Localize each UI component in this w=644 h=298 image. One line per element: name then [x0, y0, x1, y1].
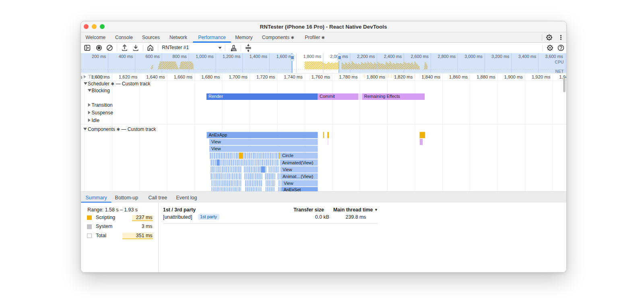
svg-text:View: View [211, 146, 221, 151]
svg-text:Animated(View): Animated(View) [282, 160, 313, 165]
svg-text:Animat…(View): Animat…(View) [283, 174, 313, 179]
svg-text:View: View [284, 181, 293, 186]
svg-text:AnExSet: AnExSet [283, 187, 301, 191]
svg-text:View: View [283, 167, 292, 172]
svg-text:AnExApp: AnExApp [208, 132, 227, 137]
svg-text:View: View [211, 139, 221, 144]
svg-text:Circle: Circle [282, 153, 293, 158]
